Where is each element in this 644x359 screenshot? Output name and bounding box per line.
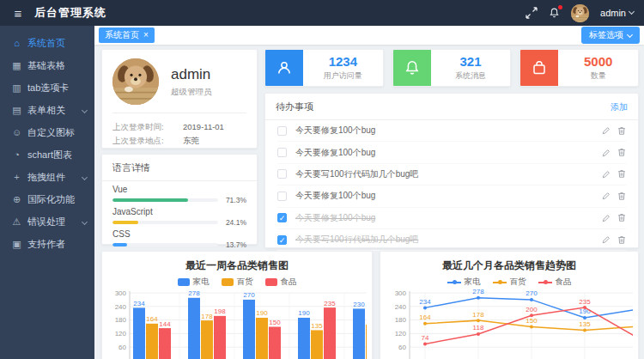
legend-swatch bbox=[178, 278, 190, 286]
sidebar-item-table[interactable]: ▦基础表格 bbox=[0, 54, 94, 76]
svg-text:135: 135 bbox=[311, 322, 323, 330]
edit-icon[interactable] bbox=[602, 192, 611, 200]
todo-checkbox[interactable]: ✓ bbox=[277, 235, 287, 245]
legend-item[interactable]: 家电 bbox=[178, 277, 210, 288]
svg-text:240: 240 bbox=[395, 303, 407, 311]
profile-row-label: 上次登录地点: bbox=[112, 136, 174, 147]
sidebar-item-label: schart图表 bbox=[27, 149, 72, 161]
svg-text:234: 234 bbox=[419, 298, 431, 306]
svg-text:120: 120 bbox=[395, 330, 407, 338]
app-header: ≡ 后台管理系统 admin bbox=[0, 0, 644, 26]
delete-icon[interactable] bbox=[617, 148, 626, 157]
legend-item[interactable]: 百货 bbox=[493, 277, 526, 288]
svg-text:234: 234 bbox=[133, 300, 145, 307]
todo-checkbox[interactable]: ✓ bbox=[277, 213, 287, 222]
legend-swatch bbox=[222, 278, 234, 286]
close-icon[interactable]: × bbox=[143, 31, 149, 40]
sidebar-item-warning[interactable]: ⚠错误处理 bbox=[0, 210, 94, 233]
sidebar-item-globe[interactable]: ⊕国际化功能 bbox=[0, 188, 94, 210]
tab-bar: 系统首页 × 标签选项 bbox=[94, 26, 644, 45]
todo-item: ✓今天要修复100个bug bbox=[277, 208, 626, 229]
legend-item[interactable]: 食品 bbox=[538, 277, 572, 288]
todo-item-text: 今天要修复100个bug bbox=[295, 190, 602, 202]
chevron-down-icon bbox=[82, 107, 88, 113]
legend-item[interactable]: 百货 bbox=[222, 277, 253, 288]
legend-item[interactable]: 食品 bbox=[265, 277, 297, 288]
profile-row: 上次登录地点:东莞 bbox=[112, 136, 246, 147]
svg-text:270: 270 bbox=[526, 289, 538, 297]
legend-item[interactable]: 家电 bbox=[447, 277, 481, 288]
sidebar-nav: ⌂系统首页▦基础表格▥tab选项卡▤表单相关☺自定义图标◔schart图表+拖拽… bbox=[0, 26, 94, 359]
todo-checkbox[interactable] bbox=[277, 169, 287, 179]
sidebar-item-chart[interactable]: ◔schart图表 bbox=[0, 143, 94, 166]
todo-item-actions bbox=[602, 126, 626, 136]
home-icon: ⌂ bbox=[10, 38, 23, 48]
progress-fill bbox=[112, 198, 188, 202]
tab-home[interactable]: 系统首页 × bbox=[99, 27, 155, 43]
todo-item-actions bbox=[602, 169, 626, 179]
language-row: Vue71.3% bbox=[112, 185, 246, 204]
svg-text:74: 74 bbox=[422, 334, 429, 342]
todo-card: 待办事项 添加 今天要修复100个bug今天要修复100个bug今天要写100行… bbox=[264, 93, 639, 248]
edit-icon[interactable] bbox=[602, 149, 611, 157]
language-name: JavaScript bbox=[112, 207, 246, 216]
language-card: 语言详情 Vue71.3%JavaScript24.1%CSS13.7%HTML… bbox=[101, 154, 258, 245]
line-chart-title: 最近几个月各品类销售趋势图 bbox=[380, 252, 638, 273]
todo-checkbox[interactable] bbox=[277, 126, 287, 136]
edit-icon[interactable] bbox=[602, 126, 611, 135]
progress-fill bbox=[112, 243, 127, 246]
todo-item-actions bbox=[602, 213, 626, 222]
delete-icon[interactable] bbox=[617, 192, 626, 201]
line-chart-plot: 6012018024030023427827019016417815013574… bbox=[387, 289, 633, 359]
sidebar-item-form[interactable]: ▤表单相关 bbox=[0, 99, 94, 121]
gift-icon: ▣ bbox=[10, 239, 23, 250]
sidebar-item-home[interactable]: ⌂系统首页 bbox=[0, 32, 94, 54]
stats-row: 1234用户访问量321系统消息5000数量 bbox=[264, 49, 639, 87]
notifications-bell-icon[interactable] bbox=[549, 7, 560, 19]
tab-icon: ▥ bbox=[10, 82, 23, 94]
svg-text:278: 278 bbox=[188, 289, 200, 297]
header-actions: admin bbox=[526, 4, 644, 22]
legend-label: 食品 bbox=[281, 277, 297, 288]
todo-checkbox[interactable] bbox=[277, 192, 287, 201]
todo-item-actions bbox=[602, 148, 626, 157]
delete-icon[interactable] bbox=[617, 235, 626, 245]
edit-icon[interactable] bbox=[602, 214, 611, 222]
todo-checkbox[interactable] bbox=[277, 148, 287, 157]
drag-icon: + bbox=[10, 172, 23, 182]
stat-card-bag: 5000数量 bbox=[519, 49, 639, 87]
edit-icon[interactable] bbox=[602, 235, 611, 244]
user-icon bbox=[265, 50, 303, 86]
todo-card-title: 待办事项 bbox=[276, 100, 313, 113]
notification-badge bbox=[558, 5, 562, 9]
stat-label: 系统消息 bbox=[455, 70, 486, 82]
delete-icon[interactable] bbox=[617, 169, 626, 179]
sidebar-item-label: 表单相关 bbox=[27, 104, 65, 117]
user-menu[interactable]: admin bbox=[600, 8, 634, 18]
profile-info: admin 超级管理员 bbox=[171, 66, 212, 98]
svg-text:300: 300 bbox=[115, 289, 127, 297]
delete-icon[interactable] bbox=[617, 126, 626, 136]
edit-icon[interactable] bbox=[602, 170, 611, 179]
todo-add-button[interactable]: 添加 bbox=[611, 101, 628, 113]
sidebar-item-tab[interactable]: ▥tab选项卡 bbox=[0, 76, 94, 99]
svg-text:270: 270 bbox=[243, 291, 255, 299]
svg-text:144: 144 bbox=[159, 320, 171, 328]
menu-toggle-icon[interactable]: ≡ bbox=[7, 6, 29, 21]
chevron-down-icon bbox=[629, 9, 635, 15]
profile-row: 上次登录时间:2019-11-01 bbox=[112, 122, 246, 133]
delete-icon[interactable] bbox=[617, 213, 626, 222]
stat-card-bell: 321系统消息 bbox=[392, 49, 512, 87]
svg-text:240: 240 bbox=[115, 303, 127, 311]
sidebar-item-drag[interactable]: +拖拽组件 bbox=[0, 166, 94, 188]
tab-home-label: 系统首页 bbox=[105, 29, 139, 41]
fullscreen-icon[interactable] bbox=[526, 7, 538, 19]
sidebar-item-gift[interactable]: ▣支持作者 bbox=[0, 233, 94, 255]
svg-text:300: 300 bbox=[395, 289, 407, 297]
legend-label: 家电 bbox=[465, 277, 481, 288]
avatar[interactable] bbox=[571, 4, 589, 22]
tag-options-button[interactable]: 标签选项 bbox=[581, 27, 640, 44]
sidebar-item-smile[interactable]: ☺自定义图标 bbox=[0, 121, 94, 143]
svg-text:118: 118 bbox=[473, 324, 484, 332]
language-name: Vue bbox=[112, 185, 246, 194]
